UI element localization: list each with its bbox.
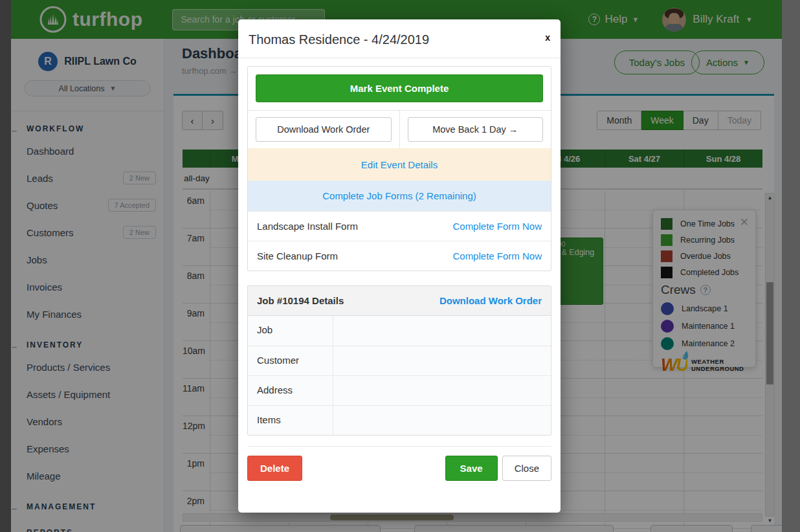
event-modal: Thomas Residence - 4/24/2019 x Mark Even… [238,19,561,513]
close-icon[interactable]: x [545,32,550,43]
detail-row-items: Items [248,405,551,435]
close-button[interactable]: Close [502,456,551,481]
save-button[interactable]: Save [445,456,498,481]
job-form-name: Site Cleanup Form [257,250,338,261]
detail-label: Address [248,376,333,405]
complete-form-now-link[interactable]: Complete Form Now [452,221,542,232]
job-details-header: Job #10194 Details Download Work Order [248,286,551,316]
edit-event-details-row[interactable]: Edit Event Details [248,148,551,181]
edit-event-details-link[interactable]: Edit Event Details [361,159,438,170]
job-form-row: Landscape Install FormComplete Form Now [248,211,551,241]
detail-label: Items [248,406,333,435]
detail-row-customer: Customer [248,346,551,375]
detail-label: Customer [248,346,333,375]
detail-row-job: Job [248,316,551,346]
complete-job-forms-link[interactable]: Complete Job Forms (2 Remaining) [322,190,476,201]
job-details-title: Job #10194 Details [257,295,344,306]
delete-button[interactable]: Delete [247,456,302,481]
job-form-row: Site Cleanup FormComplete Form Now [248,241,551,271]
job-details-box: Job #10194 Details Download Work Order J… [247,285,551,436]
download-work-order-button[interactable]: Download Work Order [256,117,392,142]
modal-title: Thomas Residence - 4/24/2019 [249,32,429,47]
detail-label: Job [248,316,333,346]
download-work-order-link[interactable]: Download Work Order [439,295,542,306]
complete-form-now-link[interactable]: Complete Form Now [452,250,542,261]
modal-header: Thomas Residence - 4/24/2019 x [238,19,561,58]
job-form-name: Landscape Install Form [257,221,358,232]
detail-row-address: Address [248,375,551,405]
mark-event-complete-button[interactable]: Mark Event Complete [256,74,543,102]
complete-job-forms-row[interactable]: Complete Job Forms (2 Remaining) [248,181,551,211]
move-back-button[interactable]: Move Back 1 Day → [408,117,544,142]
event-actions-box: Mark Event Complete Download Work Order … [247,66,551,271]
app-root: turfhop ? Help ▼ Billy Kraft ▼ R RIIPL L… [0,0,800,532]
window-edge-right [782,0,800,532]
modal-footer: Delete Save Close [247,446,551,481]
